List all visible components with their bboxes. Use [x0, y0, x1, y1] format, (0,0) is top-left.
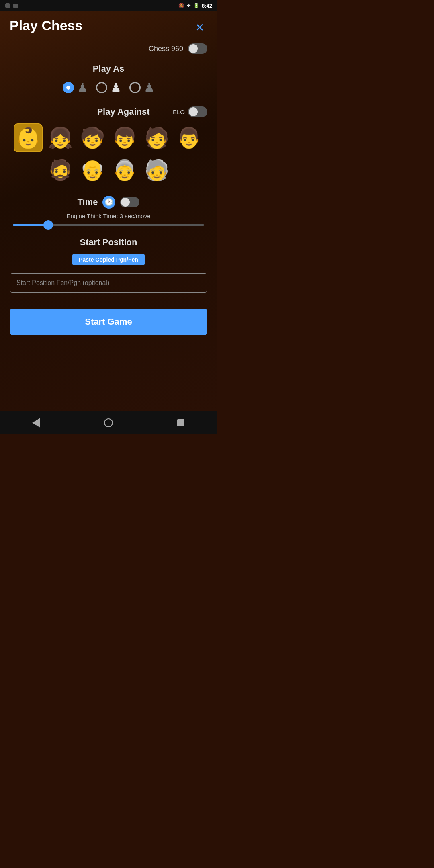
avatar-girl[interactable]: 👧	[46, 123, 75, 152]
avatar-child[interactable]: 🧒	[78, 123, 107, 152]
play-as-black[interactable]: ♟	[63, 80, 88, 94]
recent-icon	[177, 419, 184, 426]
clock-icon: 🕐	[102, 196, 115, 209]
radio-black	[63, 82, 74, 93]
radio-random	[129, 82, 141, 93]
time-title: Time	[78, 197, 98, 207]
chess960-toggle[interactable]	[188, 43, 207, 54]
start-position-header: Paste Copied Pgn/Fen	[10, 254, 207, 268]
elo-toggle-knob	[189, 107, 198, 116]
elo-toggle[interactable]	[188, 106, 207, 117]
airplane-icon: ✈	[187, 3, 191, 8]
back-button[interactable]	[27, 413, 46, 432]
chess960-label: Chess 960	[149, 45, 183, 53]
time-display: 8:42	[202, 3, 212, 9]
time-header: Time 🕐	[10, 196, 207, 209]
engine-think-label: Engine Think Time: 3 sec/move	[10, 213, 207, 219]
home-button[interactable]	[99, 413, 118, 432]
status-bar-left	[5, 3, 18, 8]
avatar-teen[interactable]: 🧑	[142, 123, 171, 152]
sim-icon	[13, 4, 18, 8]
start-game-button[interactable]: Start Game	[10, 309, 207, 335]
play-as-title: Play As	[10, 63, 207, 74]
avatar-boy[interactable]: 👦	[110, 123, 139, 152]
fen-input[interactable]	[10, 273, 207, 293]
avatar-baby[interactable]: 👶	[14, 123, 43, 152]
back-icon	[32, 418, 40, 428]
battery-icon: 🔋	[193, 3, 199, 8]
bottom-nav	[0, 411, 217, 434]
recent-button[interactable]	[171, 413, 190, 432]
slider-fill	[13, 224, 47, 226]
close-button[interactable]: ✕	[191, 19, 207, 35]
start-position-title: Start Position	[10, 237, 207, 248]
avatar-man[interactable]: 👨	[174, 123, 203, 152]
status-bar: 🔕 ✈ 🔋 8:42	[0, 0, 217, 11]
avatar-grid: 👶 👧 🧒 👦 🧑 👨 🧔 👴 👵 🧓	[10, 123, 207, 184]
avatar-beard[interactable]: 🧔	[46, 156, 75, 184]
play-against-header: Play Against ELO	[10, 106, 207, 117]
play-against-title: Play Against	[74, 106, 173, 117]
play-as-white[interactable]: ♟	[96, 80, 121, 94]
chess960-row: Chess 960	[10, 43, 207, 54]
avatar-oldwoman[interactable]: 👵	[110, 156, 139, 184]
time-toggle-knob	[121, 198, 130, 207]
slider-thumb[interactable]	[43, 220, 53, 230]
status-bar-right: 🔕 ✈ 🔋 8:42	[178, 3, 212, 9]
radio-white	[96, 82, 107, 93]
play-as-options: ♟ ♟ ♟	[10, 80, 207, 94]
header: Play Chess ✕	[10, 18, 207, 35]
main-content: Play Chess ✕ Chess 960 Play As ♟ ♟ ♟ Pla…	[0, 11, 217, 411]
page-title: Play Chess	[10, 18, 82, 33]
home-icon	[104, 418, 113, 427]
chess960-toggle-knob	[189, 44, 198, 53]
slider-container	[10, 224, 207, 226]
play-as-random[interactable]: ♟	[129, 80, 155, 94]
white-piece-icon: ♟	[111, 80, 121, 94]
time-toggle[interactable]	[120, 197, 139, 207]
paste-pgn-button[interactable]: Paste Copied Pgn/Fen	[72, 254, 145, 265]
random-piece-icon: ♟	[144, 80, 155, 94]
elo-row: ELO	[173, 106, 207, 117]
slider-track	[13, 224, 204, 226]
signal-icon	[5, 3, 10, 8]
notification-off-icon: 🔕	[178, 3, 184, 8]
elo-label: ELO	[173, 108, 185, 115]
avatar-elder[interactable]: 🧓	[142, 156, 171, 184]
avatar-oldman[interactable]: 👴	[78, 156, 107, 184]
black-piece-icon: ♟	[77, 80, 88, 94]
